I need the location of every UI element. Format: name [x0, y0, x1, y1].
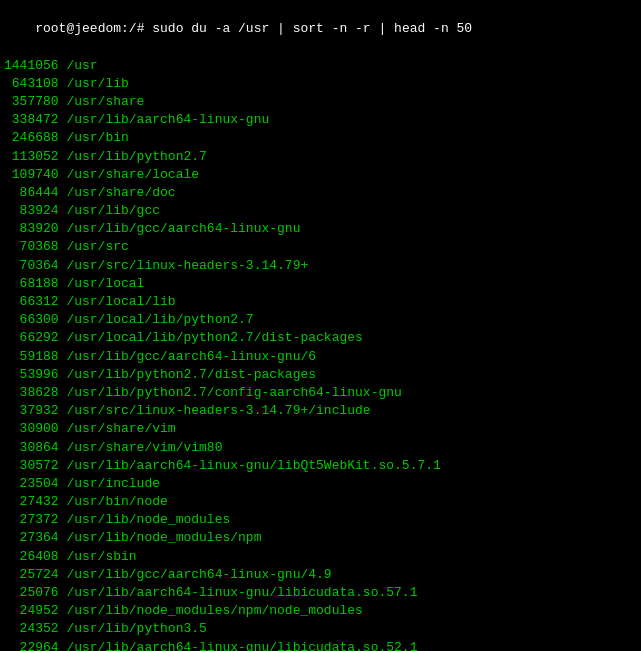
output-line: 83920 /usr/lib/gcc/aarch64-linux-gnu	[4, 220, 637, 238]
output-line: 86444 /usr/share/doc	[4, 184, 637, 202]
output-line: 25724 /usr/lib/gcc/aarch64-linux-gnu/4.9	[4, 566, 637, 584]
output-line: 27372 /usr/lib/node_modules	[4, 511, 637, 529]
output-line: 38628 /usr/lib/python2.7/config-aarch64-…	[4, 384, 637, 402]
output-line: 27432 /usr/bin/node	[4, 493, 637, 511]
output-line: 26408 /usr/sbin	[4, 548, 637, 566]
output-line: 357780 /usr/share	[4, 93, 637, 111]
output-lines: 1441056 /usr 643108 /usr/lib 357780 /usr…	[4, 57, 637, 651]
output-line: 68188 /usr/local	[4, 275, 637, 293]
output-line: 246688 /usr/bin	[4, 129, 637, 147]
terminal-window: root@jeedom:/# sudo du -a /usr | sort -n…	[0, 0, 641, 651]
output-line: 83924 /usr/lib/gcc	[4, 202, 637, 220]
prompt-user: root@jeedom:/# sudo du -a /usr | sort -n…	[35, 21, 472, 36]
output-line: 66300 /usr/local/lib/python2.7	[4, 311, 637, 329]
output-line: 24352 /usr/lib/python3.5	[4, 620, 637, 638]
output-line: 22964 /usr/lib/aarch64-linux-gnu/libicud…	[4, 639, 637, 651]
output-line: 25076 /usr/lib/aarch64-linux-gnu/libicud…	[4, 584, 637, 602]
output-line: 66312 /usr/local/lib	[4, 293, 637, 311]
output-line: 643108 /usr/lib	[4, 75, 637, 93]
output-line: 66292 /usr/local/lib/python2.7/dist-pack…	[4, 329, 637, 347]
output-line: 113052 /usr/lib/python2.7	[4, 148, 637, 166]
output-line: 27364 /usr/lib/node_modules/npm	[4, 529, 637, 547]
output-line: 338472 /usr/lib/aarch64-linux-gnu	[4, 111, 637, 129]
output-line: 24952 /usr/lib/node_modules/npm/node_mod…	[4, 602, 637, 620]
output-line: 1441056 /usr	[4, 57, 637, 75]
output-line: 30572 /usr/lib/aarch64-linux-gnu/libQt5W…	[4, 457, 637, 475]
output-line: 70364 /usr/src/linux-headers-3.14.79+	[4, 257, 637, 275]
output-line: 30900 /usr/share/vim	[4, 420, 637, 438]
output-line: 23504 /usr/include	[4, 475, 637, 493]
prompt-line: root@jeedom:/# sudo du -a /usr | sort -n…	[4, 2, 637, 57]
output-line: 70368 /usr/src	[4, 238, 637, 256]
output-line: 59188 /usr/lib/gcc/aarch64-linux-gnu/6	[4, 348, 637, 366]
output-line: 37932 /usr/src/linux-headers-3.14.79+/in…	[4, 402, 637, 420]
output-line: 109740 /usr/share/locale	[4, 166, 637, 184]
output-line: 53996 /usr/lib/python2.7/dist-packages	[4, 366, 637, 384]
output-line: 30864 /usr/share/vim/vim80	[4, 439, 637, 457]
